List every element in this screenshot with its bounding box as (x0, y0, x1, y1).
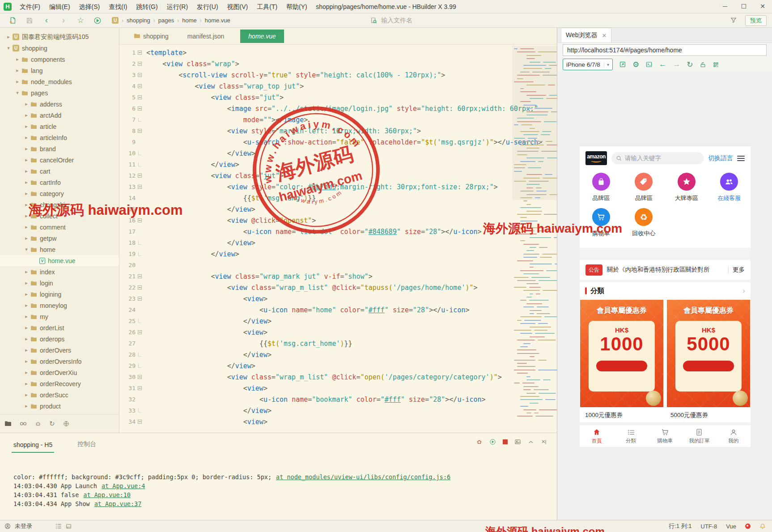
chevron-right-icon[interactable]: ▸ (23, 280, 30, 286)
tree-item-cart[interactable]: ▸cart (0, 166, 119, 177)
code-line-9[interactable]: 9 <u-search :show-action="false" :placeh… (119, 136, 557, 148)
fold-toggle-icon[interactable] (136, 84, 144, 88)
stop-icon[interactable] (503, 439, 508, 444)
bell-icon[interactable] (759, 523, 766, 530)
explorer-web-icon[interactable] (63, 421, 69, 427)
tree-item-login[interactable]: ▸login (0, 277, 119, 289)
code-area[interactable]: 1<template>2 <view class="wrap">3 <scrol… (119, 45, 557, 427)
tree-item-logining[interactable]: ▸logining (0, 289, 119, 300)
fold-toggle-icon[interactable] (136, 185, 144, 189)
run-icon[interactable] (93, 16, 102, 25)
code-line-30[interactable]: 30 <view class="wrap_m_list" @click="ope… (119, 371, 557, 383)
bug-icon[interactable] (476, 438, 483, 445)
breadcrumb-item[interactable]: home.vue (205, 17, 230, 24)
chevron-right-icon[interactable]: ▸ (23, 191, 30, 196)
tree-item-chongzhi[interactable]: ▸chongzhi (0, 199, 119, 210)
new-file-icon[interactable] (8, 16, 17, 25)
code-line-12[interactable]: 12 <view class="jut"> (119, 170, 557, 181)
tree-item-collect[interactable]: ▸collect (0, 210, 119, 221)
code-line-16[interactable]: 16 <view @click="openst"> (119, 215, 557, 226)
code-line-29[interactable]: 29 </view> (119, 360, 557, 371)
browser-tab[interactable]: Web浏览器 ✕ (561, 28, 611, 43)
breadcrumb-item[interactable]: pages (158, 17, 174, 24)
console-tab-active[interactable]: shopping - H5 (13, 441, 52, 453)
settings-icon[interactable]: ⚙ (632, 60, 639, 69)
explorer-files-icon[interactable] (4, 421, 12, 426)
explorer-search-icon[interactable] (20, 421, 27, 426)
chevron-right-icon[interactable]: ▸ (23, 224, 30, 230)
login-status[interactable]: 未登录 (15, 522, 32, 530)
tree-item-cartInfo[interactable]: ▸cartInfo (0, 177, 119, 188)
chevron-right-icon[interactable]: ▸ (23, 235, 30, 241)
console-tab-inactive[interactable]: 控制台 (77, 440, 96, 453)
chevron-right-icon[interactable]: ▸ (23, 302, 30, 308)
tree-item-comment[interactable]: ▸comment (0, 221, 119, 233)
fold-toggle-icon[interactable] (136, 386, 144, 390)
outline-list-icon[interactable] (55, 523, 62, 529)
code-line-22[interactable]: 22 <view class="wrap_m_list" @click="tap… (119, 282, 557, 293)
chevron-right-icon[interactable]: ▸ (23, 392, 30, 398)
chevron-down-icon[interactable]: ▾ (23, 247, 30, 252)
file-search-input[interactable]: 输入文件名 (370, 13, 412, 28)
menu-item[interactable]: 工具(T) (252, 0, 282, 13)
favorite-star-icon[interactable]: ☆ (76, 16, 85, 25)
coupon-card[interactable]: 會員專屬優惠券HK$1000 (580, 300, 663, 407)
menu-item[interactable]: 发行(U) (192, 0, 222, 13)
tabbar-list[interactable]: 分類 (614, 425, 648, 447)
fold-toggle-icon[interactable] (136, 174, 144, 178)
tree-item-product[interactable]: ▸product (0, 400, 119, 412)
code-line-1[interactable]: 1<template> (119, 47, 557, 58)
menu-item[interactable]: 运行(R) (162, 0, 192, 13)
code-line-6[interactable]: 6 <image src="../../static/image/login.j… (119, 103, 557, 114)
tree-item-article[interactable]: ▸article (0, 121, 119, 132)
tree-item-getpw[interactable]: ▸getpw (0, 233, 119, 244)
tree-item-105[interactable]: ▸U国泰君安前端纯源码105 (0, 31, 119, 43)
log-source-link[interactable]: at App.vue:37 (94, 500, 142, 507)
tree-item-orderRecovery[interactable]: ▸orderRecovery (0, 378, 119, 389)
coupon-card[interactable]: 會員專屬優惠券HK$5000 (667, 300, 750, 407)
quick-entry-recycle[interactable]: ♻回收中心 (623, 208, 666, 238)
code-line-10[interactable]: 10 </view> (119, 148, 557, 159)
browser-tab-close-icon[interactable]: ✕ (602, 32, 607, 39)
notification-dot-icon[interactable] (745, 523, 751, 529)
fold-toggle-icon[interactable] (136, 129, 144, 133)
filter-funnel-icon[interactable] (730, 17, 737, 26)
chevron-right-icon[interactable]: ▸ (23, 101, 30, 107)
code-line-14[interactable]: 14 {{$t('msg.lang')}} (119, 192, 557, 204)
chevron-right-icon[interactable]: ▸ (23, 325, 30, 331)
editor-tab-homevue[interactable]: home.vue (240, 30, 284, 43)
chevron-right-icon[interactable]: ▸ (23, 314, 30, 319)
cursor-position[interactable]: 行:1 列:1 (669, 522, 691, 530)
tree-item-my[interactable]: ▸my (0, 311, 119, 322)
log-source-link[interactable]: at node_modules/uview-ui/libs/config/con… (276, 473, 450, 481)
code-line-33[interactable]: 33 </view> (119, 405, 557, 416)
code-line-15[interactable]: 15 </view> (119, 204, 557, 215)
code-line-20[interactable]: 20 (119, 260, 557, 271)
explorer-history-icon[interactable]: ↻ (49, 420, 55, 428)
tree-item-orderops[interactable]: ▸orderops (0, 333, 119, 345)
tree-item-adderss[interactable]: ▸adderss (0, 98, 119, 110)
tree-item-index[interactable]: ▸index (0, 266, 119, 277)
panel-layout-icon[interactable] (66, 523, 72, 529)
code-line-28[interactable]: 28 </view> (119, 349, 557, 360)
chevron-right-icon[interactable]: ▸ (23, 179, 30, 185)
notice-more-link[interactable]: 更多 (733, 266, 745, 274)
editor-tab-manifestjson[interactable]: manifest.json (185, 30, 227, 43)
notice-bar[interactable]: 公告 關於《内地和香港特別行政區關於對所 更多 (580, 260, 751, 280)
chevron-right-icon[interactable]: ▸ (14, 68, 21, 73)
preview-button[interactable]: 预览 (745, 15, 767, 26)
tabbar-order[interactable]: 我的訂單 (682, 425, 716, 447)
menu-item[interactable]: 视图(V) (223, 0, 253, 13)
navigate-back-icon[interactable]: ‹ (42, 16, 51, 25)
code-line-27[interactable]: 27 {{$t('msg.cart_home')}} (119, 338, 557, 349)
tree-item-orderOverXiu[interactable]: ▸orderOverXiu (0, 367, 119, 378)
log-source-link[interactable]: at App.vue:10 (83, 491, 131, 498)
url-input[interactable]: http://localhost:5174/#/pages/home/home (563, 44, 767, 56)
quick-entry-cart[interactable]: 購物車 (580, 208, 623, 238)
chevron-down-icon[interactable]: ▾ (14, 90, 21, 96)
fold-toggle-icon[interactable] (136, 62, 144, 66)
code-line-11[interactable]: 11 </view> (119, 159, 557, 170)
phone-search-input[interactable]: 请输入关键字 (611, 152, 704, 164)
forward-icon[interactable]: → (673, 60, 680, 69)
tree-item-pages[interactable]: ▾pages (0, 87, 119, 98)
